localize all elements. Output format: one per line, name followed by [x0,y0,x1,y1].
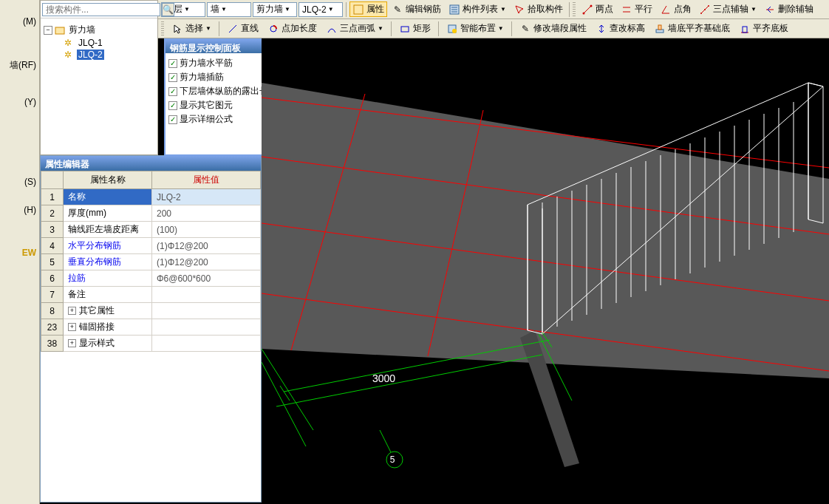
search-input[interactable] [42,3,160,16]
svg-rect-25 [55,27,64,34]
svg-rect-24 [743,27,747,33]
delete-icon [764,4,776,16]
table-row[interactable]: 38+显示样式 [41,336,261,352]
svg-line-64 [380,430,391,452]
select-button[interactable]: 选择▼ [168,21,214,36]
point-angle-button[interactable]: 点角 [657,1,695,17]
tree-child2-label: JLQ-2 [77,50,104,60]
prop-value-cell[interactable] [152,319,261,336]
rebar-check-label: 显示其它图元 [180,99,233,112]
prop-name-cell: 拉筋 [64,270,152,287]
checkbox-icon[interactable]: ✓ [168,59,177,68]
prop-name-cell: 厚度(mm) [64,205,152,222]
prop-value-cell[interactable]: (1)Φ12@200 [152,238,261,254]
table-row[interactable]: 1名称JLQ-2 [41,189,261,205]
component-list-button[interactable]: 构件列表▼ [446,1,509,17]
svg-point-13 [708,5,709,7]
rebar-check-label: 显示详细公式 [180,113,233,126]
smart-icon [446,23,458,35]
3d-viewport[interactable]: 3000 5 [262,38,829,504]
row-number: 5 [41,254,64,270]
checkbox-icon[interactable]: ✓ [168,73,177,82]
list-icon [448,4,460,16]
prop-value-cell[interactable]: 200 [152,205,261,222]
side-label-ew: EW [0,246,39,259]
prop-name-cell: +锚固搭接 [64,319,152,336]
edit-rebar-button[interactable]: ✎编辑钢筋 [389,1,444,17]
prop-value-cell[interactable] [152,336,261,352]
prop-value-cell[interactable] [152,303,261,319]
wall-base-align-button[interactable]: 墙底平齐基础底 [651,21,733,36]
rect-icon [399,23,411,35]
modify-wall-segment-button[interactable]: ✎修改墙段属性 [516,21,590,36]
table-row[interactable]: 23+锚固搭接 [41,319,261,336]
table-row[interactable]: 4水平分布钢筋(1)Φ12@200 [41,238,261,254]
prop-value-cell[interactable] [152,287,261,303]
prop-name-cell: 轴线距左墙皮距离 [64,222,152,238]
line-button[interactable]: 直线 [224,21,262,36]
prop-name-cell: 垂直分布钢筋 [64,254,152,270]
side-label-y: (Y) [0,95,39,109]
prop-value-cell[interactable]: (100) [152,222,261,238]
tree-root-label: 剪力墙 [67,24,97,36]
delete-axis-button[interactable]: 删除辅轴 [761,1,816,17]
toolbar-top: 首层▼ 墙▼ 剪力墙▼ JLQ-2▼ 属性 ✎编辑钢筋 构件列表▼ 拾取构件 两… [158,0,829,19]
table-row[interactable]: 7备注 [41,287,261,303]
pick-component-button[interactable]: 拾取构件 [511,1,566,17]
smart-layout-button[interactable]: 智能布置▼ [443,21,507,36]
rebar-check-label: 剪力墙插筋 [180,71,224,84]
folder-icon [55,25,65,35]
pick-icon [514,4,525,16]
svg-line-62 [280,386,290,401]
row-number: 7 [41,287,64,303]
cursor-icon [171,23,183,35]
checkbox-icon[interactable]: ✓ [168,115,177,124]
dimension-label: 3000 [372,372,395,384]
row-number: 2 [41,205,64,222]
table-row[interactable]: 6拉筋Φ6@600*600 [41,270,261,287]
point-length-button[interactable]: 点加长度 [265,21,320,36]
side-label-s: (S) [0,175,39,188]
tree-root-node[interactable]: − 剪力墙 [44,23,154,37]
two-point-icon [581,4,593,16]
table-row[interactable]: 5垂直分布钢筋(1)Φ12@200 [41,254,261,270]
prop-value-cell[interactable]: JLQ-2 [152,189,261,205]
property-button[interactable]: 属性 [349,1,387,17]
checkbox-icon[interactable]: ✓ [168,101,177,110]
rect-button[interactable]: 矩形 [396,21,434,36]
row-number: 6 [41,270,64,287]
prop-value-cell[interactable]: (1)Φ12@200 [152,254,261,270]
expand-icon[interactable]: + [68,323,76,331]
parallel-button[interactable]: 平行 [618,1,655,17]
category-dropdown[interactable]: 墙▼ [207,2,251,17]
table-row[interactable]: 8+其它属性 [41,303,261,319]
expand-icon[interactable]: − [44,26,52,35]
component-dropdown[interactable]: JLQ-2▼ [298,2,343,17]
prop-name-cell: +其它属性 [64,303,152,319]
table-row[interactable]: 2厚度(mm)200 [41,205,261,222]
checkbox-icon[interactable]: ✓ [168,87,177,96]
property-icon [352,4,364,16]
align-base-button[interactable]: 平齐底板 [736,21,791,36]
search-button[interactable]: 🔍 [162,3,174,16]
prop-name-cell: 名称 [64,189,152,205]
base-icon [654,23,666,35]
table-row[interactable]: 3轴线距左墙皮距离(100) [41,222,261,238]
angle-icon [660,4,672,16]
check-height-button[interactable]: 查改标高 [593,21,648,36]
three-point-arc-button[interactable]: 三点画弧▼ [323,21,386,36]
edit-icon: ✎ [392,4,403,16]
parallel-icon [621,4,632,16]
side-label-m: (M) [0,15,39,28]
prop-name-header: 属性名称 [64,171,152,189]
svg-line-58 [262,362,306,446]
tree-child-jlq2[interactable]: ✲ JLQ-2 [64,49,154,61]
two-point-button[interactable]: 两点 [579,1,616,17]
expand-icon[interactable]: + [68,339,76,347]
three-point-axis-button[interactable]: 三点辅轴▼ [696,1,760,17]
prop-value-cell[interactable]: Φ6@600*600 [152,270,261,287]
svg-point-19 [452,29,457,33]
type-dropdown[interactable]: 剪力墙▼ [253,2,297,17]
tree-child-jlq1[interactable]: ✲ JLQ-1 [64,37,154,49]
expand-icon[interactable]: + [68,307,76,315]
